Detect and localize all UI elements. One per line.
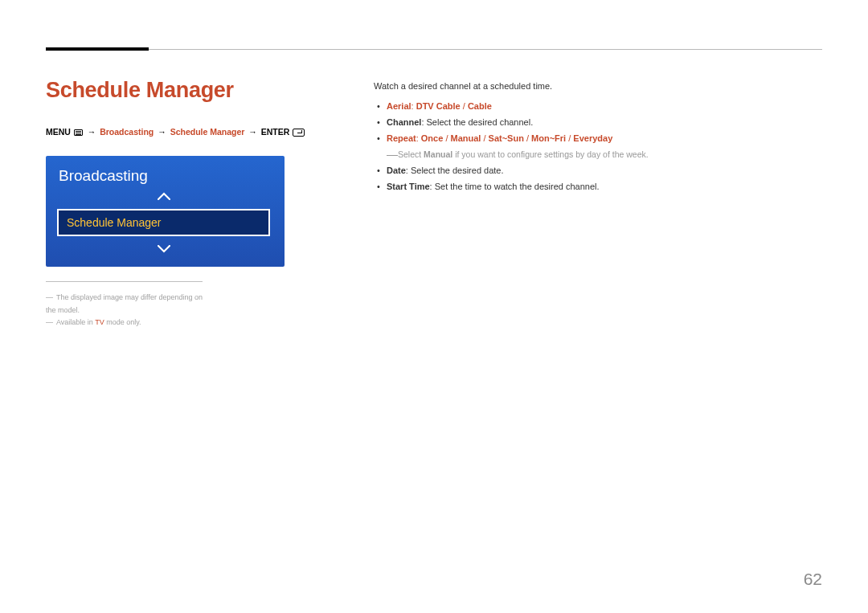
start-label: Start Time <box>387 182 430 191</box>
aerial-opt1: DTV Cable <box>416 101 461 111</box>
footnotes: ―The displayed image may differ dependin… <box>46 281 203 329</box>
item-repeat: Repeat: Once / Manual / Sat~Sun / Mon~Fr… <box>374 131 822 147</box>
aerial-label: Aerial <box>387 101 411 111</box>
chevron-down-icon <box>57 243 270 255</box>
top-rule-bold <box>46 47 149 51</box>
repeat-opt4: Mon~Fri <box>531 133 566 143</box>
repeat-sub-bold: Manual <box>424 149 452 159</box>
feature-list: Aerial: DTV Cable / Cable Channel: Selec… <box>374 99 822 146</box>
footnote-1-text: The displayed image may differ depending… <box>46 293 203 313</box>
feature-list-2: Date: Select the desired date. Start Tim… <box>374 163 822 195</box>
chevron-up-icon <box>57 190 270 202</box>
start-text: : Set the time to watch the desired chan… <box>430 182 600 191</box>
repeat-opt3: Sat~Sun <box>489 133 524 143</box>
page-title: Schedule Manager <box>46 78 374 103</box>
item-channel: Channel: Select the desired channel. <box>374 115 822 131</box>
osd-selected-item: Schedule Manager <box>57 209 270 236</box>
footnote-2-post: mode only. <box>104 318 141 326</box>
breadcrumb-broadcasting: Broadcasting <box>100 127 154 137</box>
breadcrumb-arrow-3: → <box>248 127 257 137</box>
breadcrumb: MENU → Broadcasting → Schedule Manager →… <box>46 127 374 137</box>
date-label: Date <box>387 166 406 175</box>
repeat-opt5: Everyday <box>573 133 612 143</box>
footnote-2: ―Available in TV mode only. <box>46 317 203 329</box>
aerial-opt2: Cable <box>468 101 492 111</box>
breadcrumb-enter: ENTER <box>261 127 290 137</box>
intro-text: Watch a desired channel at a scheduled t… <box>374 81 822 91</box>
breadcrumb-arrow-1: → <box>88 127 96 137</box>
footnote-2-pre: Available in <box>56 318 95 326</box>
item-start-time: Start Time: Set the time to watch the de… <box>374 179 822 195</box>
breadcrumb-arrow-2: → <box>158 127 166 137</box>
left-column: Schedule Manager MENU → Broadcasting → S… <box>46 78 374 329</box>
breadcrumb-menu: MENU <box>46 127 71 137</box>
top-rule <box>46 49 822 50</box>
repeat-opt2: Manual <box>451 133 481 143</box>
channel-label: Channel <box>387 117 421 127</box>
date-text: : Select the desired date. <box>406 166 504 175</box>
item-aerial: Aerial: DTV Cable / Cable <box>374 99 822 115</box>
repeat-sub-post: if you want to configure settings by day… <box>452 149 648 159</box>
breadcrumb-schedule-manager: Schedule Manager <box>170 127 245 137</box>
right-column: Watch a desired channel at a scheduled t… <box>374 78 822 329</box>
osd-panel: Broadcasting Schedule Manager <box>46 156 285 267</box>
channel-text: : Select the desired channel. <box>421 117 533 127</box>
manual-page: Schedule Manager MENU → Broadcasting → S… <box>0 0 868 613</box>
item-date: Date: Select the desired date. <box>374 163 822 179</box>
footnote-1: ―The displayed image may differ dependin… <box>46 292 203 317</box>
repeat-label: Repeat <box>387 133 416 143</box>
footnote-2-hl: TV <box>95 318 104 326</box>
osd-title: Broadcasting <box>59 167 273 185</box>
content-row: Schedule Manager MENU → Broadcasting → S… <box>46 49 822 329</box>
repeat-opt1: Once <box>421 133 444 143</box>
page-number: 62 <box>804 570 822 589</box>
enter-icon <box>293 129 305 137</box>
menu-icon <box>74 129 83 136</box>
repeat-sub-pre: Select <box>398 149 424 159</box>
repeat-sub-note: ― Select Manual if you want to configure… <box>374 148 822 161</box>
